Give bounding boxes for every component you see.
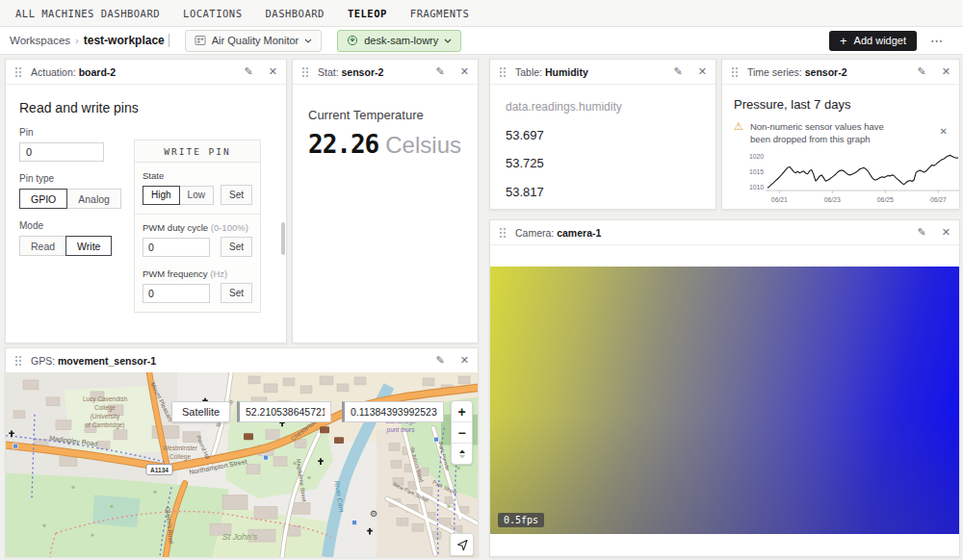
pwm-duty-set-button[interactable]: Set	[221, 237, 252, 257]
nav-dashboard[interactable]: DASHBOARD	[265, 8, 324, 19]
svg-text:Lucy Cavendish: Lucy Cavendish	[83, 395, 128, 403]
svg-text:06/23: 06/23	[824, 196, 841, 203]
chart-title: Pressure, last 7 days	[734, 97, 948, 112]
pwm-duty-input[interactable]	[143, 238, 210, 257]
close-icon[interactable]: ✕	[698, 66, 707, 77]
drag-handle-icon[interactable]	[14, 355, 22, 367]
add-widget-button[interactable]: + Add widget	[829, 31, 917, 51]
longitude-input[interactable]	[342, 401, 444, 422]
widget-title: Actuation: board-2	[31, 66, 116, 78]
map-zoom-control: + −	[451, 400, 473, 465]
state-high-button[interactable]: High	[143, 186, 180, 205]
edit-pencil-icon[interactable]: ✎	[918, 227, 926, 238]
latitude-input[interactable]	[237, 401, 331, 422]
svg-text:punt tours: punt tours	[386, 426, 416, 434]
breadcrumb-workspaces[interactable]: Workspaces	[10, 35, 70, 46]
pwm-freq-section: PWM frequency (Hz) Set	[135, 268, 260, 312]
pressure-line-chart: 10101015102006/2106/2306/2506/27	[734, 146, 960, 208]
fps-badge: 0.5fps	[498, 513, 544, 527]
pwm-duty-label: PWM duty cycle	[143, 222, 208, 233]
close-icon[interactable]: ✕	[460, 66, 469, 77]
close-icon[interactable]: ✕	[460, 355, 469, 366]
svg-text:1015: 1015	[749, 167, 764, 174]
state-low-button[interactable]: Low	[179, 186, 214, 205]
nav-fragments[interactable]: FRAGMENTS	[410, 8, 469, 19]
edit-pencil-icon[interactable]: ✎	[674, 66, 683, 77]
warning-text: Non-numeric sensor values have been drop…	[750, 120, 902, 146]
street-map: Madingley RoadMount PleasantNorthampton …	[6, 372, 478, 557]
svg-text:⚙: ⚙	[370, 509, 377, 519]
more-menu-button[interactable]: ⋯	[930, 34, 944, 48]
state-set-button[interactable]: Set	[221, 185, 252, 205]
svg-text:College: College	[94, 404, 116, 412]
tilt-toggle-button[interactable]	[452, 443, 472, 464]
map-canvas[interactable]: Madingley RoadMount PleasantNorthampton …	[6, 372, 478, 557]
widget-table: Table: Humidity ✎ ✕ data.readings.humidi…	[489, 59, 716, 210]
drag-handle-icon[interactable]	[499, 66, 507, 78]
edit-pencil-icon[interactable]: ✎	[918, 66, 926, 77]
widget-scrollbar[interactable]	[281, 222, 285, 255]
svg-text:of Cambridge): of Cambridge)	[85, 421, 124, 429]
close-icon[interactable]: ✕	[942, 66, 950, 77]
svg-text:College: College	[169, 453, 191, 461]
svg-text:St John's: St John's	[222, 532, 258, 542]
table-row: 53.725	[506, 156, 700, 170]
zoom-out-button[interactable]: −	[452, 421, 472, 443]
drag-handle-icon[interactable]	[301, 66, 309, 78]
state-label: State	[143, 170, 252, 181]
widget-title: GPS: movement_sensor-1	[31, 355, 156, 367]
pin-input[interactable]	[19, 142, 104, 162]
table-column-header: data.readings.humidity	[506, 100, 700, 114]
state-section: State High Low Set	[135, 163, 260, 215]
zoom-in-button[interactable]: +	[452, 401, 472, 421]
widget-title: Table: Humidity	[515, 66, 588, 78]
machine-selector[interactable]: desk-sam-lowry	[337, 30, 461, 52]
table-row: 53.697	[506, 128, 700, 142]
drag-handle-icon[interactable]	[499, 227, 507, 239]
edit-pencil-icon[interactable]: ✎	[436, 66, 445, 77]
pin-label: Pin	[19, 127, 273, 138]
widget-header: Time series: sensor-2 ✎ ✕	[722, 60, 959, 85]
widget-title: Stat: sensor-2	[318, 66, 383, 78]
svg-text:1020: 1020	[749, 153, 764, 160]
machine-selector-label: desk-sam-lowry	[364, 35, 438, 46]
pwm-freq-input[interactable]	[143, 284, 210, 303]
close-icon[interactable]: ✕	[269, 66, 277, 77]
drag-handle-icon[interactable]	[14, 66, 22, 78]
stat-label: Current Temperature	[308, 108, 462, 122]
edit-pencil-icon[interactable]: ✎	[245, 66, 253, 77]
machine-online-icon	[347, 35, 358, 46]
table-row: 53.817	[506, 185, 700, 199]
svg-text:Westminster: Westminster	[163, 445, 198, 451]
edit-pencil-icon[interactable]: ✎	[436, 355, 445, 366]
dashboard-canvas: Actuation: board-2 ✎ ✕ Read and write pi…	[0, 54, 963, 560]
add-widget-label: Add widget	[854, 35, 906, 46]
nav-locations[interactable]: LOCATIONS	[183, 8, 242, 19]
pin-type-analog-button[interactable]: Analog	[66, 189, 121, 209]
mode-read-button[interactable]: Read	[19, 236, 66, 256]
svg-text:06/25: 06/25	[877, 196, 894, 203]
workspace-title-input[interactable]: test-workplace	[84, 34, 165, 47]
pwm-freq-set-button[interactable]: Set	[221, 283, 252, 303]
svg-text:A1134: A1134	[150, 467, 169, 473]
workspace-selector-label: Air Quality Monitor	[212, 35, 299, 46]
top-nav: ALL MACHINES DASHBOARD LOCATIONS DASHBOA…	[0, 0, 963, 27]
chevron-down-icon	[444, 38, 452, 43]
mode-write-button[interactable]: Write	[65, 236, 112, 256]
warning-dismiss-icon[interactable]: ✕	[940, 126, 948, 137]
close-icon[interactable]: ✕	[942, 227, 950, 238]
tilt-arrows-icon	[456, 448, 468, 460]
warning-banner: ⚠ Non-numeric sensor values have been dr…	[734, 120, 948, 146]
nav-teleop[interactable]: TELEOP	[348, 8, 387, 19]
widget-header: Camera: camera-1 ✎ ✕	[490, 220, 959, 245]
pin-type-segmented: GPIO Analog	[19, 189, 121, 209]
recenter-button[interactable]	[450, 533, 474, 556]
table-body: data.readings.humidity 53.697 53.725 53.…	[490, 85, 716, 210]
satellite-toggle-button[interactable]: Satellite	[171, 401, 230, 422]
chevron-down-icon	[304, 38, 312, 43]
widget-gps: GPS: movement_sensor-1 ✎ ✕	[5, 347, 479, 557]
nav-all-machines-dashboard[interactable]: ALL MACHINES DASHBOARD	[15, 8, 160, 19]
drag-handle-icon[interactable]	[731, 66, 739, 78]
pin-type-gpio-button[interactable]: GPIO	[19, 189, 67, 209]
workspace-selector[interactable]: Air Quality Monitor	[185, 30, 322, 52]
